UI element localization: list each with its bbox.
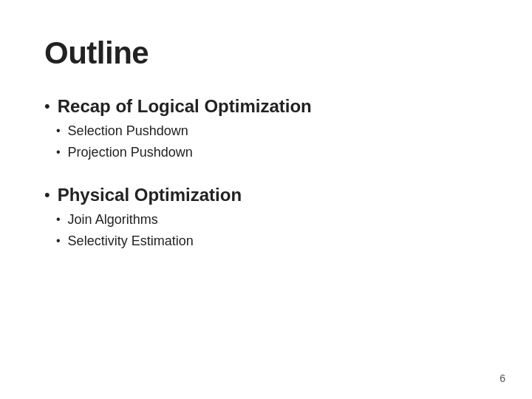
slide-title: Outline	[44, 35, 488, 71]
section-2-bullet-dot: •	[44, 185, 50, 206]
sub-item-1-1: • Selection Pushdown	[56, 122, 488, 140]
sub-2-1-dot: •	[56, 211, 61, 228]
sub-2-1-label: Join Algorithms	[68, 211, 158, 229]
section-1-main: • Recap of Logical Optimization	[44, 95, 488, 117]
sub-2-2-dot: •	[56, 233, 61, 249]
section-2-group: • Physical Optimization • Join Algorithm…	[44, 183, 488, 251]
sub-1-1-dot: •	[56, 123, 61, 139]
page-number: 6	[499, 372, 505, 384]
sub-item-2-2: • Selectivity Estimation	[56, 232, 488, 250]
sub-1-1-label: Selection Pushdown	[68, 122, 188, 140]
section-2-label: Physical Optimization	[58, 183, 242, 206]
section-1-label: Recap of Logical Optimization	[58, 95, 312, 117]
section-1-group: • Recap of Logical Optimization • Select…	[44, 95, 488, 163]
slide: Outline • Recap of Logical Optimization …	[0, 0, 532, 399]
sub-1-2-label: Projection Pushdown	[68, 143, 193, 162]
content-area: • Recap of Logical Optimization • Select…	[44, 95, 488, 250]
sub-item-1-2: • Projection Pushdown	[56, 143, 488, 162]
sub-1-2-dot: •	[56, 144, 61, 160]
section-2-main: • Physical Optimization	[44, 183, 488, 206]
sub-item-2-1: • Join Algorithms	[56, 211, 488, 229]
section-1-sub-list: • Selection Pushdown • Projection Pushdo…	[56, 122, 488, 162]
section-2-sub-list: • Join Algorithms • Selectivity Estimati…	[56, 211, 488, 250]
section-1-bullet-dot: •	[44, 96, 50, 117]
sub-2-2-label: Selectivity Estimation	[68, 232, 194, 250]
